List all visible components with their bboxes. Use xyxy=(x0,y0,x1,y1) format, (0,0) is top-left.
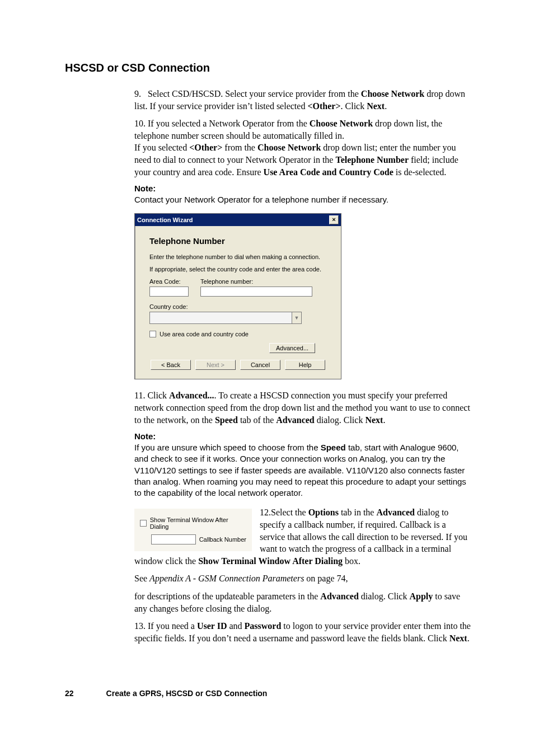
step13-c: and xyxy=(227,621,244,631)
step-number: 11. xyxy=(134,391,147,400)
step11-advanced: Advanced... xyxy=(169,391,214,400)
country-code-select[interactable]: ▼ xyxy=(149,312,302,324)
help-button[interactable]: Help xyxy=(285,360,325,370)
connection-wizard-dialog: Connection Wizard × Telephone Number Ent… xyxy=(134,213,341,379)
step12-show-terminal: Show Terminal Window After Dialing xyxy=(198,556,343,566)
dialog-instruction-1: Enter the telephone number to dial when … xyxy=(149,253,331,260)
show-terminal-checkbox[interactable] xyxy=(140,520,147,527)
page-number: 22 xyxy=(65,689,74,698)
step12-cont-a: for descriptions of the updateable param… xyxy=(134,591,320,601)
show-terminal-row: Show Terminal Window After Dialing xyxy=(140,516,246,530)
step12-h: See xyxy=(134,574,149,583)
step-9: 9. Select CSD/HSCSD. Select your service… xyxy=(134,88,472,112)
dialog-titlebar: Connection Wizard × xyxy=(135,214,341,226)
step10-choose-network: Choose Network xyxy=(310,119,373,128)
note-label: Note: xyxy=(134,184,472,193)
advanced-button[interactable]: Advanced... xyxy=(269,343,315,353)
step12-a: 12.Select the xyxy=(260,508,308,517)
step10-other: <Other> xyxy=(189,143,222,152)
step13-next: Next xyxy=(449,633,467,643)
dialog-title: Connection Wizard xyxy=(137,217,193,223)
callback-row: Callback Number xyxy=(140,534,246,544)
step11-g: dialog. Click xyxy=(315,415,366,425)
footer-title: Create a GPRS, HSCSD or CSD Connection xyxy=(106,689,268,698)
section-heading: HSCSD or CSD Connection xyxy=(65,62,472,74)
step10-telephone-number: Telephone Number xyxy=(335,155,409,165)
country-code-label: Country code: xyxy=(149,303,331,310)
step-list-cont: 11. Click Advanced.... To create a HSCSD… xyxy=(134,389,472,426)
step9-choose-network: Choose Network xyxy=(361,89,424,98)
step9-text-e: . Click xyxy=(341,101,367,111)
step12-cont-apply: Apply xyxy=(409,591,433,601)
note-body: Contact your Network Operator for a tele… xyxy=(134,194,472,205)
callback-number-label: Callback Number xyxy=(199,536,246,543)
step-list-cont2: 13. If you need a User ID and Password t… xyxy=(134,620,472,644)
page-root: HSCSD or CSD Connection 9. Select CSD/HS… xyxy=(0,0,534,726)
back-button[interactable]: < Back xyxy=(151,360,191,370)
dialog-heading: Telephone Number xyxy=(149,236,331,246)
chevron-down-icon: ▼ xyxy=(292,312,301,323)
options-box: Show Terminal Window After Dialing Callb… xyxy=(134,509,252,551)
page-footer: 22Create a GPRS, HSCSD or CSD Connection xyxy=(65,689,472,698)
area-code-label: Area Code: xyxy=(149,278,189,285)
step11-i: . xyxy=(383,415,385,425)
step-12-continued: for descriptions of the updateable param… xyxy=(65,590,472,614)
step11-e: tab of the xyxy=(238,415,276,425)
field-row-phone: Area Code: Telephone number: xyxy=(149,278,331,297)
step-number: 10. xyxy=(134,119,148,128)
use-area-code-checkbox[interactable] xyxy=(149,331,156,337)
step9-text-a: Select CSD/HSCSD. Select your service pr… xyxy=(148,89,361,98)
cancel-button[interactable]: Cancel xyxy=(240,360,280,370)
step-10: 10. If you selected a Network Operator f… xyxy=(134,118,472,178)
step-13: 13. If you need a User ID and Password t… xyxy=(134,620,472,644)
dialog-instruction-2: If appropriate, select the country code … xyxy=(149,266,331,273)
step12-advanced: Advanced xyxy=(376,508,414,517)
step12-options: Options xyxy=(308,508,339,517)
step-12-see: See Appendix A - GSM Connection Paramete… xyxy=(134,572,472,585)
telephone-label: Telephone number: xyxy=(200,278,312,285)
step10-text-d: If you selected xyxy=(134,143,189,152)
use-area-code-row: Use area code and country code xyxy=(149,331,331,337)
step13-userid: User ID xyxy=(197,621,227,631)
area-code-input[interactable] xyxy=(149,287,189,297)
step12-c: tab in the xyxy=(339,508,377,517)
step-12-wrapper: Show Terminal Window After Dialing Callb… xyxy=(134,506,472,590)
advanced-row: Advanced... xyxy=(149,343,331,353)
step11-a: Click xyxy=(147,391,169,400)
step9-other: <Other> xyxy=(307,101,340,111)
telephone-input[interactable] xyxy=(200,287,312,297)
step-number: 9. xyxy=(134,89,148,98)
step9-text-g: . xyxy=(385,101,387,111)
step10-text-l: is de-selected. xyxy=(394,167,447,177)
options-snippet: Show Terminal Window After Dialing Callb… xyxy=(134,509,252,551)
content-block: 9. Select CSD/HSCSD. Select your service… xyxy=(134,88,472,644)
step10-choose-network2: Choose Network xyxy=(257,143,321,152)
step10-use-area: Use Area Code and Country Code xyxy=(264,167,394,177)
dialog-body: Telephone Number Enter the telephone num… xyxy=(135,226,341,379)
step-list: 9. Select CSD/HSCSD. Select your service… xyxy=(134,88,472,178)
step9-next: Next xyxy=(367,101,385,111)
step11-advanced2: Advanced xyxy=(276,415,314,425)
show-terminal-label: Show Terminal Window After Dialing xyxy=(150,516,246,530)
callback-number-input[interactable] xyxy=(151,534,196,544)
step10-text-f: from the xyxy=(222,143,257,152)
step13-a: If you need a xyxy=(148,621,197,631)
step13-password: Password xyxy=(245,621,282,631)
step10-text-a: If you selected a Network Operator from … xyxy=(148,119,310,128)
close-icon[interactable]: × xyxy=(329,215,339,224)
next-button[interactable]: Next > xyxy=(195,360,236,370)
step13-g: . xyxy=(467,633,470,643)
field-row-country: Country code: ▼ xyxy=(149,303,331,324)
step11-next: Next xyxy=(365,415,383,425)
note2-a: If you are unsure which speed to choose … xyxy=(134,443,321,452)
step12-g: box. xyxy=(343,556,360,566)
note-body-2: If you are unsure which speed to choose … xyxy=(134,442,472,499)
use-area-code-label: Use area code and country code xyxy=(160,331,249,337)
step11-speed: Speed xyxy=(215,415,238,425)
step12-j: on page 74, xyxy=(304,574,348,583)
step12-cont-c: dialog. Click xyxy=(359,591,410,601)
step12-appendix: Appendix A - GSM Connection Parameters xyxy=(149,574,304,583)
step12-cont-advanced: Advanced xyxy=(320,591,358,601)
step-11: 11. Click Advanced.... To create a HSCSD… xyxy=(134,389,472,426)
dialog-nav-row: < Back Next > Cancel Help xyxy=(145,360,331,370)
